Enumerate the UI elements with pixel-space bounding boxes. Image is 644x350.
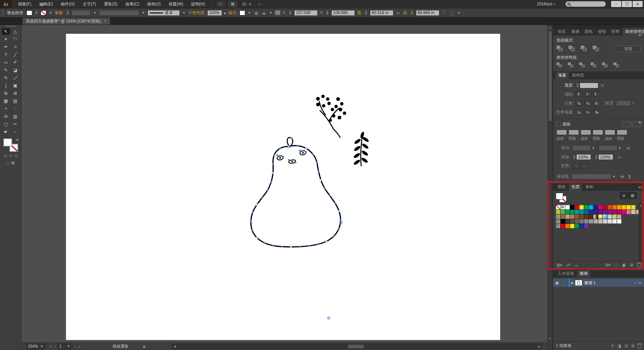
variable-width-profile[interactable]: [99, 10, 139, 16]
fill-color-swatch[interactable]: [26, 10, 32, 15]
dash-value-field[interactable]: [556, 130, 567, 135]
bridge-button[interactable]: Br: [217, 1, 225, 7]
swatch-000000[interactable]: [570, 205, 575, 210]
swatch-ea6ea5[interactable]: [626, 210, 631, 214]
pen-tool[interactable]: ✒: [1, 43, 11, 51]
chevron-down-icon[interactable]: [34, 11, 39, 14]
zoom-tool[interactable]: ○: [11, 128, 20, 136]
swatch-grad-orange[interactable]: [598, 214, 603, 219]
swatch-b30f1d[interactable]: [603, 205, 607, 210]
perspective-grid-tool[interactable]: ⊞: [11, 89, 20, 97]
swatch-aeaeae[interactable]: [593, 219, 598, 224]
list-view-icon[interactable]: ≡: [620, 192, 628, 199]
pathfinder-trim-button[interactable]: [568, 62, 574, 68]
menu-item[interactable]: 編輯(E): [35, 0, 57, 8]
new-swatch-icon[interactable]: ⊞: [630, 263, 633, 267]
shape-mode-exclude-button[interactable]: [593, 46, 600, 52]
swatch-ee7800[interactable]: [612, 205, 617, 210]
last-artboard-button[interactable]: »: [77, 344, 82, 348]
horizontal-scroll-thumb[interactable]: [347, 344, 364, 349]
magic-wand-tool[interactable]: ✶: [1, 35, 11, 43]
shape-mode-unite-button[interactable]: [556, 46, 564, 52]
swatch-ffffff[interactable]: [565, 205, 570, 210]
x-stepper[interactable]: [288, 10, 292, 16]
grid-view-icon[interactable]: ⊞: [629, 192, 637, 199]
swatch-a40b7d[interactable]: [612, 210, 617, 214]
style-label[interactable]: 樣式:: [228, 10, 237, 16]
fill-swatch[interactable]: [3, 138, 12, 146]
swatch-1d2f8e[interactable]: [579, 224, 584, 228]
swatch-e60012[interactable]: [575, 205, 579, 210]
preserve-dash-button[interactable]: [622, 122, 631, 127]
swatch-pat-brown[interactable]: [617, 214, 622, 219]
swatch-c00071[interactable]: [617, 210, 622, 214]
arrange-documents-button[interactable]: [241, 2, 252, 6]
chevron-down-icon[interactable]: [141, 11, 146, 14]
swatch-731e85[interactable]: [603, 210, 607, 214]
type-tool[interactable]: T: [1, 51, 11, 58]
style-swatch[interactable]: [239, 10, 245, 15]
align-stroke-inside-button[interactable]: [584, 109, 592, 115]
dash-value-field[interactable]: [617, 130, 627, 135]
opacity-arrow-icon[interactable]: [224, 10, 226, 15]
swatch-f1f1f1[interactable]: [612, 219, 617, 224]
swatch-ffffff[interactable]: [617, 219, 622, 224]
selection-indicator[interactable]: [639, 281, 641, 284]
pencil-tool[interactable]: ✎: [1, 66, 11, 74]
shape-builder-tool[interactable]: ⧉: [1, 89, 11, 97]
pathfinder-minus-back-button[interactable]: [613, 62, 620, 68]
delete-layer-icon[interactable]: [638, 345, 641, 348]
swatch-folder[interactable]: [556, 224, 560, 228]
menu-item[interactable]: 物件(O): [57, 0, 78, 8]
swatch-pat-bw-dots[interactable]: [607, 214, 612, 219]
scroll-up-icon[interactable]: ▲: [548, 26, 552, 30]
swatch-4e2f0a[interactable]: [589, 214, 593, 219]
swatch-e60012[interactable]: [560, 224, 565, 228]
expand-button[interactable]: 展開: [616, 45, 641, 52]
pathfinder-merge-button[interactable]: [579, 62, 585, 68]
menu-item[interactable]: 檢視(V): [143, 0, 165, 8]
swatch-8a8a8a[interactable]: [584, 219, 589, 224]
swatch-e94520[interactable]: [607, 205, 612, 210]
scroll-left-icon[interactable]: ◀: [172, 344, 177, 349]
menu-item[interactable]: 選取(S): [100, 0, 121, 8]
swatch-ffe600[interactable]: [570, 224, 575, 228]
height-field[interactable]: 66.666 m: [416, 10, 439, 16]
scale-end-field[interactable]: 100%: [598, 154, 613, 160]
align-stroke-outside-button[interactable]: [593, 109, 600, 115]
close-button[interactable]: ×: [633, 1, 643, 7]
swatch-e3e3e3[interactable]: [607, 219, 612, 224]
swatch-009b6e[interactable]: [570, 210, 575, 214]
swatch-d2d2d2[interactable]: [603, 219, 607, 224]
scale-start-stepper[interactable]: [572, 154, 576, 160]
swatch-pat-green[interactable]: [612, 214, 617, 219]
target-circle-icon[interactable]: ○: [634, 280, 637, 285]
swatch-libraries-icon[interactable]: ▤▾: [556, 263, 562, 267]
show-swatch-kinds-menu-icon[interactable]: ⊞▾: [605, 263, 610, 267]
selection-tool[interactable]: ↖: [1, 28, 11, 35]
chevron-down-icon[interactable]: [618, 146, 622, 150]
swatch-e4007f[interactable]: [598, 205, 603, 210]
stroke-weight-stepper[interactable]: [66, 10, 70, 16]
draw-normal-icon[interactable]: ▢: [6, 161, 10, 165]
swatch-32248c[interactable]: [593, 210, 598, 214]
swatch-grad-bw[interactable]: [593, 214, 598, 219]
dash-value-field[interactable]: [605, 130, 615, 135]
swatch-registration[interactable]: [560, 205, 565, 210]
canvas-area[interactable]: [21, 25, 547, 342]
width-field[interactable]: 60.318 m: [370, 10, 393, 16]
swatch-a79078[interactable]: [556, 214, 560, 219]
swatch-folder[interactable]: [556, 219, 560, 224]
new-color-group-icon[interactable]: ▣: [622, 263, 626, 267]
round-cap-button[interactable]: [584, 91, 592, 97]
height-stepper[interactable]: [410, 10, 414, 16]
new-layer-icon[interactable]: ⊞: [631, 344, 635, 348]
select-similar-icon[interactable]: ⬚: [448, 10, 454, 15]
panel-menu-icon[interactable]: [638, 121, 642, 124]
pathfinder-outline-button[interactable]: [602, 62, 608, 68]
next-artboard-button[interactable]: ›: [73, 344, 77, 348]
status-popup-arrow-icon[interactable]: ▶: [144, 345, 146, 348]
miter-join-button[interactable]: [576, 100, 583, 106]
arrowhead-end-dropdown[interactable]: [599, 145, 618, 151]
y-stepper[interactable]: [325, 10, 329, 16]
